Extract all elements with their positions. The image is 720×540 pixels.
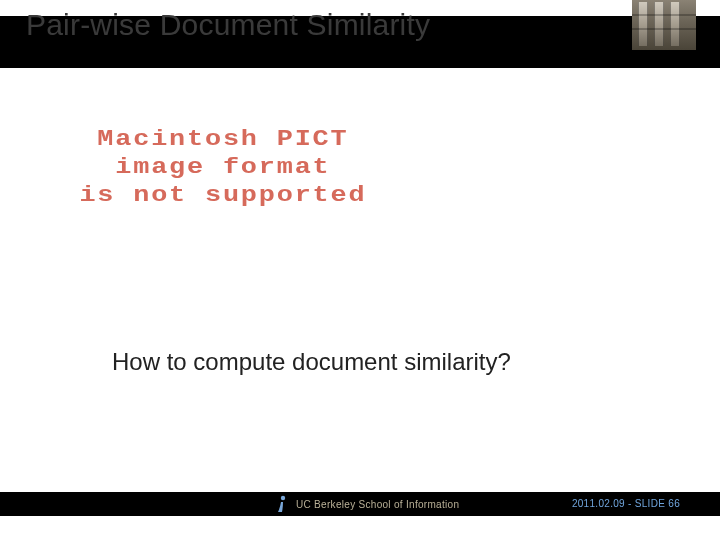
footer-date: 2011.02.09: [572, 498, 625, 509]
pict-line-1: Macintosh PICT: [32, 126, 414, 154]
ischool-icon: [276, 495, 290, 513]
pict-unsupported-message: Macintosh PICT image format is not suppo…: [32, 126, 414, 210]
footer-slide-label: - SLIDE: [628, 498, 665, 509]
pict-line-2: image format: [32, 154, 414, 182]
pict-line-3: is not supported: [32, 182, 414, 210]
footer-meta: 2011.02.09 - SLIDE 66: [572, 498, 680, 509]
body-question: How to compute document similarity?: [112, 348, 511, 376]
footer-org-text: UC Berkeley School of Information: [296, 499, 459, 510]
slide-title: Pair-wise Document Similarity: [26, 8, 430, 42]
footer-logo: UC Berkeley School of Information: [276, 494, 459, 514]
footer-slide-number: 66: [668, 498, 680, 509]
svg-point-0: [281, 496, 285, 500]
decorative-building-image: [632, 0, 696, 50]
slide: Pair-wise Document Similarity Macintosh …: [0, 0, 720, 540]
footer-bar: UC Berkeley School of Information 2011.0…: [0, 492, 720, 516]
